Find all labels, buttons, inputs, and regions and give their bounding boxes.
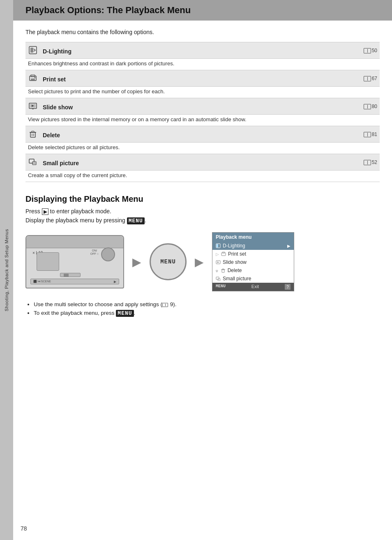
arrow-icon-1: ▶ <box>132 255 141 269</box>
menu-button-label: MENU <box>160 258 176 265</box>
table-row: Delete 81 <box>25 126 380 143</box>
playback-menu-panel: Playback menu D-Lighting ▶ ▷ Print set S… <box>212 232 294 291</box>
slideshow-desc: View pictures stored in the internal mem… <box>25 115 380 126</box>
svg-rect-26 <box>222 269 224 270</box>
instruction-line2: Display the playback menu by pressing ME… <box>25 217 380 224</box>
printset-desc: Select pictures to print and the number … <box>25 87 380 98</box>
pm-footer-menu: MENU <box>216 284 226 290</box>
smallpicture-icon <box>25 154 40 171</box>
delete-name: Delete <box>40 126 274 143</box>
delete-icon <box>25 126 40 143</box>
table-row: Create a small copy of the current pictu… <box>25 171 380 182</box>
table-row: Enhances brightness and contrast in dark… <box>25 59 380 70</box>
svg-rect-19 <box>217 244 218 247</box>
svg-rect-17 <box>33 162 36 164</box>
pm-item-label: Delete <box>228 268 242 273</box>
arrow-icon-2: ▶ <box>195 255 204 269</box>
camera-onoff-label: ON/OFF ○ <box>90 249 99 255</box>
pm-help-icon: ? <box>285 284 291 290</box>
pm-footer-exit: Exit <box>251 284 259 290</box>
camera-top <box>26 236 123 248</box>
table-row: Slide show 80 <box>25 98 380 115</box>
pm-item-printset: ▷ Print set <box>212 250 294 258</box>
sidebar: Shooting, Playback and Setup Menus <box>0 0 13 540</box>
bullet-item-2: To exit the playback menu, press MENU. <box>34 310 380 316</box>
pm-item-slideshow: Slide show <box>212 258 294 266</box>
slider-thumb <box>64 274 69 277</box>
book-icon <box>364 160 371 165</box>
svg-rect-27 <box>216 277 219 279</box>
options-table: D-Lighting 50 Enhances brightness and co… <box>25 42 380 182</box>
pm-arrow: ▶ <box>287 244 291 248</box>
printset-name: Print set <box>40 70 274 87</box>
bullet-item-1: Use the multi selector to choose and app… <box>34 301 380 307</box>
pm-header: Playback menu <box>212 233 294 242</box>
book-icon <box>364 48 371 53</box>
printset-ref: 67 <box>274 70 380 87</box>
page-header: Playback Options: The Playback Menu <box>13 0 392 21</box>
dlighting-icon <box>25 42 40 59</box>
svg-marker-23 <box>217 261 219 263</box>
book-icon <box>364 76 371 81</box>
menu-word-2: MENU <box>116 310 134 317</box>
book-icon <box>364 104 371 109</box>
camera-play-label: ▶ <box>114 280 116 284</box>
camera-diagram: × L19 ON/OFF ○ ⬛/★/SCENE ▶ <box>25 235 124 288</box>
svg-rect-4 <box>31 78 35 80</box>
smallpicture-desc: Create a small copy of the current pictu… <box>25 171 380 182</box>
camera-scene-label: ⬛/★/SCENE <box>33 280 51 283</box>
svg-rect-10 <box>30 132 35 137</box>
pm-psi-marker: ψ <box>216 269 218 272</box>
menu-button-diagram: MENU <box>150 243 187 280</box>
svg-rect-12 <box>32 131 34 132</box>
pm-item-smallpicture: Small picture <box>212 275 294 283</box>
dlighting-desc: Enhances brightness and contrast in dark… <box>25 59 380 70</box>
table-row: Delete selected pictures or all pictures… <box>25 143 380 154</box>
dlighting-name: D-Lighting <box>40 42 274 59</box>
pm-item-dlighting: D-Lighting ▶ <box>212 242 294 250</box>
table-row: Select pictures to print and the number … <box>25 87 380 98</box>
dlighting-ref: 50 <box>274 42 380 59</box>
table-row: View pictures stored in the internal mem… <box>25 115 380 126</box>
delete-ref: 81 <box>274 126 380 143</box>
svg-rect-24 <box>222 270 224 272</box>
table-row: D-Lighting 50 <box>25 42 380 59</box>
pm-item-delete: ψ Delete <box>212 266 294 275</box>
printset-icon <box>25 70 40 87</box>
slideshow-icon <box>25 98 40 115</box>
diagram-area: × L19 ON/OFF ○ ⬛/★/SCENE ▶ ▶ MENU ▶ Play… <box>25 232 380 291</box>
page-title: Playback Options: The Playback Menu <box>25 5 380 16</box>
smallpicture-name: Small picture <box>40 154 274 171</box>
camera-dial <box>101 247 115 261</box>
intro-text: The playback menu contains the following… <box>25 29 380 35</box>
camera-slider <box>60 273 81 277</box>
table-row: Small picture 52 <box>25 154 380 171</box>
menu-word-1: MENU <box>127 217 145 224</box>
page-number: 78 <box>21 525 27 532</box>
slideshow-name: Slide show <box>40 98 274 115</box>
svg-rect-1 <box>30 48 33 53</box>
slideshow-ref: 80 <box>274 98 380 115</box>
camera-body-area <box>37 252 59 271</box>
svg-point-5 <box>35 77 35 78</box>
sidebar-label: Shooting, Playback and Setup Menus <box>4 229 9 311</box>
pm-item-label: Print set <box>228 251 246 257</box>
menu-button-container: MENU <box>150 243 187 280</box>
delete-desc: Delete selected pictures or all pictures… <box>25 143 380 154</box>
section2-title: Displaying the Playback Menu <box>25 194 380 204</box>
bullet-list: Use the multi selector to choose and app… <box>25 301 380 316</box>
table-row: Print set 67 <box>25 70 380 87</box>
pm-footer: MENU Exit ? <box>212 283 294 291</box>
pm-item-label: Small picture <box>223 276 251 282</box>
pm-inactive-marker: ▷ <box>216 252 219 256</box>
pm-item-label: Slide show <box>223 259 247 265</box>
book-icon <box>364 132 371 137</box>
instruction-line1: Press ▶ to enter playback mode. <box>25 208 380 215</box>
camera-bottom-bar: ⬛/★/SCENE ▶ <box>30 279 119 284</box>
smallpicture-ref: 52 <box>274 154 380 171</box>
main-content: Playback Options: The Playback Menu The … <box>13 0 392 335</box>
pm-item-label: D-Lighting <box>223 243 245 249</box>
